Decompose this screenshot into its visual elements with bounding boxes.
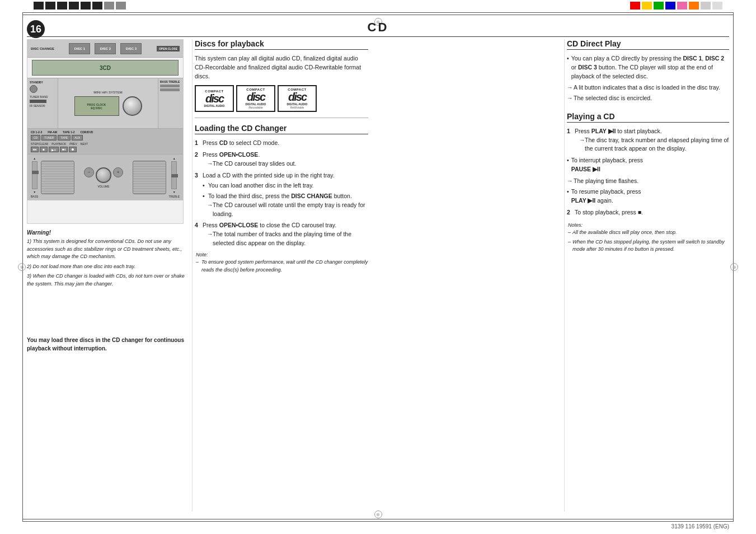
power-button[interactable] [30, 85, 37, 93]
warning-title: Warning! [27, 229, 186, 236]
title-rule [27, 36, 729, 37]
sq8 [116, 2, 126, 10]
bass-slider[interactable] [160, 85, 180, 87]
aux-button[interactable]: AUX [72, 135, 83, 140]
ir-sensor-label: IR SENSOR [30, 104, 55, 107]
reg-mark-left: ⊕ [18, 263, 26, 271]
sq-yellow [642, 2, 652, 10]
discs-section: Discs for playback This system can play … [195, 39, 368, 112]
disc-change-bold: DISC CHANGE [291, 193, 332, 199]
resume-dot: • [567, 188, 569, 205]
step1-bold: CD [219, 139, 228, 146]
device-right-controls: BASS TREBLE [158, 78, 183, 128]
pause-bold: PAUSE ▶II [571, 166, 600, 172]
loading-note: Note: To ensure good system performance,… [195, 251, 368, 274]
vol-down[interactable]: − [84, 167, 94, 177]
top-bar-right-squares [630, 2, 722, 10]
sq-lt [701, 2, 711, 10]
cd-direct-arrow1: A lit button indicates that a disc is lo… [567, 83, 729, 92]
sq5 [81, 2, 91, 10]
disc3-bold: DISC 3 [578, 64, 597, 71]
next-button[interactable]: ⏭ [60, 147, 68, 152]
loading-step-2: 2 Press OPEN•CLOSE. The CD carousel tray… [195, 151, 368, 168]
pause-arrow: The playing time flashes. [567, 177, 729, 186]
disc-slot-2: DISC 2 [95, 43, 116, 54]
play-step-2: 2 To stop playback, press ■. [567, 208, 729, 217]
page-footer: 3139 116 19591 (ENG) [672, 523, 729, 530]
fm-am-tab: FM-AM [48, 130, 57, 134]
cdr-tab: CDR/DVD [81, 130, 93, 134]
cd-tab: CD 1-2-3 [31, 130, 42, 134]
treble-fader[interactable] [171, 161, 177, 189]
left-mid-divider [192, 39, 192, 512]
tuner-button[interactable]: TUNER [41, 135, 57, 140]
disc-change-label: DISC CHANGE [31, 47, 54, 50]
step3-num: 3 [195, 171, 198, 180]
disc-icon-rewritable: COMPACT disc DIGITAL AUDIO ReWritable [278, 85, 317, 112]
playing-note1: All the available discs will play once, … [568, 229, 729, 237]
page-title: CD [0, 20, 756, 35]
step3-bullet1: You can load another disc in the left tr… [203, 181, 368, 190]
playing-notes: Notes: All the available discs will play… [567, 222, 729, 254]
disc2-bold: DISC 2 [705, 55, 724, 62]
disc-slots: DISC 1 DISC 2 DISC 3 [69, 43, 142, 54]
play-step1-arrow: The disc tray, track number and elapsed … [579, 136, 729, 154]
prev-label: PREV [69, 142, 77, 146]
hline-bot [22, 521, 734, 522]
bass-fader[interactable] [32, 161, 37, 189]
disc3-main-text: disc [288, 91, 306, 102]
record-button[interactable]: ⏺ [69, 147, 77, 152]
play-pause-button[interactable]: ▶II [49, 147, 59, 152]
loading-step-1: 1 Press CD to select CD mode. [195, 139, 368, 148]
disc2-main-text: disc [247, 91, 265, 102]
discs-body: This system can play all digital audio C… [195, 54, 368, 81]
prev-button[interactable]: ⏮ [31, 147, 39, 152]
display-text: PROG CLOCKEQ DISC [87, 103, 106, 110]
loading-section: Loading the CD Changer 1 Press CD to sel… [195, 124, 368, 274]
device-left-controls: STANDBY TUNER BAND IR SENSOR [27, 78, 58, 128]
center-controls: − + VOLUME [77, 167, 129, 188]
reg-mark-right: ⊕ [730, 263, 738, 271]
top-bar-left-squares [34, 2, 145, 10]
play-step2-list: 2 To stop playback, press ■. [567, 208, 729, 217]
note-label: Note: [196, 252, 208, 257]
disc1-bold: DISC 1 [683, 55, 702, 62]
sq2 [45, 2, 55, 10]
mini-label: MINI HiFi SYSTEM [93, 91, 122, 94]
vol-up[interactable]: + [113, 167, 123, 177]
next-label: NEXT [81, 142, 88, 146]
device-bottom: ▲ ▼ BASS − + VOLUME [27, 154, 183, 200]
volume-knob[interactable] [123, 96, 142, 116]
band-bar [30, 100, 46, 103]
transport-controls: CD 1-2-3 FM-AM TAPE 1-2 CDR/DVD CD TUNER… [27, 128, 183, 154]
sq1 [34, 2, 44, 10]
treble-ctrl-text: TREBLE [169, 195, 180, 198]
bass-label: BASS TREBLE [160, 80, 181, 83]
cd-button[interactable]: CD [31, 135, 40, 140]
treble-slider[interactable] [160, 88, 180, 91]
mid-right-divider [564, 39, 565, 512]
stop-button[interactable]: ■ [40, 147, 48, 152]
cd-direct-arrow2: The selected disc is encircled. [567, 94, 729, 103]
play-step-1: 1 Press PLAY ▶II to start playback. The … [567, 127, 729, 153]
tuner-label: TUNER BAND [30, 95, 55, 99]
hline-top [22, 12, 734, 13]
step2-arrow: The CD carousel tray slides out. [207, 160, 368, 168]
step2-num: 2 [195, 151, 198, 160]
tape-button[interactable]: TAPE [58, 135, 71, 140]
playing-notes-label: Notes: [568, 222, 583, 228]
disc-icons: COMPACT disc DIGITAL AUDIO COMPACT disc … [195, 85, 368, 112]
loading-step-3: 3 Load a CD with the printed side up in … [195, 171, 368, 219]
warning-section: Warning! 1) This system is designed for … [27, 229, 186, 290]
cd-direct-play-bullet1: • You can play a CD directly by pressing… [567, 54, 729, 81]
device-illustration: DISC CHANGE DISC 1 DISC 2 DISC 3 OPEN-CL… [27, 39, 184, 224]
sq-orange [689, 2, 699, 10]
step-clear-label: STEP/CLEAR [31, 142, 48, 146]
left-speaker-grille [41, 161, 74, 194]
cd-direct-play-section: CD Direct Play • You can play a CD direc… [567, 39, 729, 103]
main-knob[interactable] [96, 167, 111, 183]
content-area: DISC CHANGE DISC 1 DISC 2 DISC 3 OPEN-CL… [27, 39, 729, 512]
play-step1-num: 1 [567, 127, 570, 136]
right-panel: CD Direct Play • You can play a CD direc… [567, 39, 729, 254]
warning-item-3: 3) When the CD changer is loaded with CD… [27, 273, 186, 288]
